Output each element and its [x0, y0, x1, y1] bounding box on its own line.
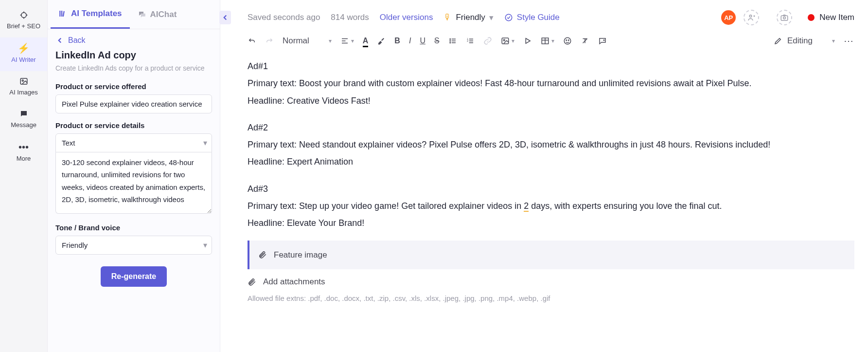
editor-main: Saved seconds ago 814 words Older versio…: [234, 0, 868, 352]
ad-primary: Primary text: Boost your brand with cust…: [248, 75, 854, 92]
editing-mode-dropdown[interactable]: Editing ▾: [774, 36, 835, 46]
rail-item-brief-seo[interactable]: Brief + SEO: [0, 5, 47, 37]
feature-label: Feature image: [274, 247, 327, 262]
comment-button[interactable]: [598, 37, 607, 45]
templates-panel: AI Templates AIChat Back LinkedIn Ad cop…: [48, 0, 220, 352]
clear-format-icon: [581, 37, 589, 45]
strikethrough-button[interactable]: S: [434, 37, 440, 45]
numbered-list-icon: 12: [466, 37, 475, 45]
align-dropdown[interactable]: ▾: [340, 37, 354, 45]
chevron-down-icon: ▾: [329, 37, 332, 44]
spellcheck-mark: 2: [524, 201, 529, 212]
redo-button[interactable]: [265, 37, 274, 45]
label-details: Product or service details: [55, 121, 212, 130]
svg-marker-32: [526, 38, 530, 44]
svg-rect-7: [59, 11, 60, 17]
tone-dropdown[interactable]: 🎙 Friendly ▾: [443, 13, 493, 23]
bullet-list-button[interactable]: [448, 37, 457, 45]
back-button[interactable]: Back: [48, 29, 220, 50]
more-toolbar-button[interactable]: ⋯: [844, 35, 854, 47]
new-item-indicator[interactable]: New Item: [808, 13, 854, 22]
rail-label: Message: [11, 121, 36, 129]
rail-item-ai-images[interactable]: AI Images: [0, 71, 47, 104]
bolt-icon: ⚡: [0, 43, 47, 53]
collapse-panel-button[interactable]: [219, 11, 231, 24]
word-count: 814 words: [331, 13, 369, 22]
image-dropdown[interactable]: ▾: [501, 37, 514, 45]
svg-text:2: 2: [467, 40, 468, 42]
chevron-left-icon: [221, 13, 230, 22]
tab-ai-templates[interactable]: AI Templates: [51, 0, 130, 29]
svg-rect-9: [63, 11, 65, 17]
text-color-button[interactable]: A: [363, 37, 369, 45]
tab-label: AI Templates: [71, 9, 122, 19]
chevron-down-icon: ▾: [551, 37, 554, 44]
link-button[interactable]: [483, 37, 492, 45]
numbered-list-button[interactable]: 12: [466, 37, 475, 45]
highlight-button[interactable]: [377, 37, 386, 45]
emoji-button[interactable]: [563, 37, 572, 45]
feature-image-button[interactable]: Feature image: [248, 241, 854, 269]
bullet-list-icon: [448, 37, 457, 45]
ad-heading: Ad#3: [248, 181, 854, 197]
target-icon: [19, 11, 28, 19]
add-attachments-button[interactable]: Add attachments: [248, 274, 854, 289]
ad-primary: Primary text: Need standout explainer vi…: [248, 137, 854, 153]
add-media-button[interactable]: [777, 10, 792, 25]
rail-item-ai-writer[interactable]: ⚡ AI Writer: [0, 37, 47, 71]
table-dropdown[interactable]: ▾: [541, 37, 554, 45]
video-button[interactable]: [523, 37, 532, 45]
document-editor[interactable]: Ad#1 Primary text: Boost your brand with…: [234, 56, 868, 352]
older-versions-link[interactable]: Older versions: [380, 13, 433, 22]
svg-point-20: [450, 40, 451, 41]
tab-label: AIChat: [150, 10, 177, 19]
textarea-details[interactable]: 30-120 second explainer videos, 48-hour …: [55, 152, 212, 214]
tone-label: Friendly: [456, 13, 485, 22]
rail-item-more[interactable]: ••• More: [0, 136, 47, 170]
avatar[interactable]: AP: [721, 10, 736, 25]
emoji-icon: [563, 37, 572, 45]
editing-label: Editing: [787, 36, 813, 46]
select-details-type[interactable]: Text ▾: [55, 133, 212, 152]
svg-point-0: [21, 13, 26, 18]
image-icon: [19, 77, 28, 86]
image-icon: [501, 37, 510, 45]
italic-button[interactable]: I: [409, 37, 411, 45]
undo-button[interactable]: [248, 37, 256, 45]
ad-heading: Ad#2: [248, 120, 854, 136]
block-format-dropdown[interactable]: Normal ▾: [283, 36, 332, 46]
chevron-down-icon: ▾: [832, 37, 835, 44]
style-guide-link[interactable]: Style Guide: [504, 13, 560, 22]
panel-title: LinkedIn Ad copy: [55, 50, 212, 61]
underline-button[interactable]: U: [420, 37, 425, 45]
attach-hint: Allowed file extns: .pdf, .doc, .docx, .…: [248, 292, 854, 305]
chevron-left-icon: [55, 36, 64, 45]
paperclip-icon: [248, 278, 256, 286]
status-dot-icon: [808, 14, 815, 21]
svg-point-37: [566, 40, 567, 41]
clear-format-button[interactable]: [581, 37, 589, 45]
ad-headline: Headline: Elevate Your Brand!: [248, 215, 854, 231]
new-item-label: New Item: [819, 13, 854, 22]
ad-headline: Headline: Creative Videos Fast!: [248, 93, 854, 109]
ad-primary: Primary text: Step up your video game! G…: [248, 198, 854, 214]
topbar: Saved seconds ago 814 words Older versio…: [234, 0, 868, 30]
input-offered[interactable]: [55, 94, 212, 113]
back-label: Back: [68, 36, 86, 45]
left-rail: Brief + SEO ⚡ AI Writer AI Images Messag…: [0, 0, 48, 352]
highlight-icon: [377, 37, 386, 45]
rail-label: AI Writer: [11, 56, 35, 63]
add-collaborator-button[interactable]: [744, 10, 759, 25]
chevron-down-icon: ▾: [489, 13, 494, 23]
svg-point-11: [749, 15, 752, 18]
select-tone[interactable]: Friendly ▾: [55, 236, 212, 255]
bold-button[interactable]: B: [394, 37, 400, 45]
svg-point-10: [505, 14, 512, 21]
pencil-icon: [774, 37, 782, 45]
label-tone: Tone / Brand voice: [55, 223, 212, 232]
user-plus-icon: [747, 13, 756, 22]
tab-aichat[interactable]: AIChat: [130, 1, 185, 28]
chat-icon: [19, 110, 28, 118]
regenerate-button[interactable]: Re-generate: [101, 266, 167, 287]
rail-item-message[interactable]: Message: [0, 104, 47, 136]
